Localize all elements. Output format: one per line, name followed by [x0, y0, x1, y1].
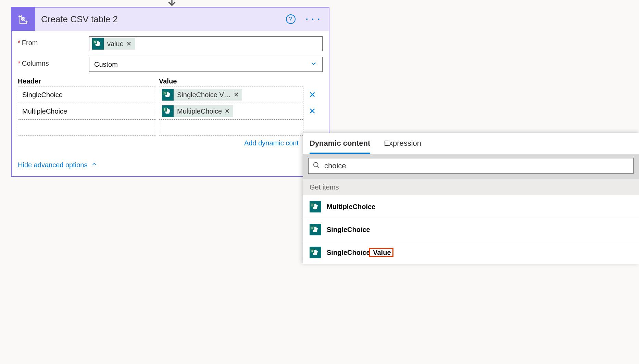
columns-select-value: Custom — [94, 61, 118, 68]
dynamic-content-item-label: SingleChoice Value — [327, 249, 393, 257]
header-cell-input[interactable] — [18, 119, 156, 136]
token-remove-icon[interactable]: ✕ — [225, 107, 230, 115]
sharepoint-icon: s — [310, 224, 321, 235]
token-remove-icon[interactable]: ✕ — [234, 91, 239, 99]
header-cell-input[interactable]: SingleChoice — [18, 87, 156, 103]
sharepoint-icon: s — [310, 247, 321, 258]
token-label: MultipleChoice — [177, 107, 222, 115]
dynamic-content-item-label: MultipleChoice — [327, 203, 375, 211]
from-token[interactable]: s value ✕ — [92, 38, 135, 50]
highlight-box: Value — [369, 248, 393, 257]
action-title: Create CSV table 2 — [35, 14, 286, 25]
data-operations-icon — [12, 8, 35, 31]
dynamic-content-section: Get items — [303, 179, 639, 195]
header-cell-input[interactable]: MultipleChoice — [18, 103, 156, 119]
columns-select[interactable]: Custom — [89, 57, 323, 72]
sharepoint-icon: s — [162, 105, 174, 117]
row-delete-button[interactable]: ✕ — [306, 106, 318, 116]
dynamic-content-item-label: SingleChoice — [327, 226, 370, 234]
value-cell-input[interactable]: s MultipleChoice ✕ — [159, 103, 303, 119]
dynamic-content-flyout: Dynamic content Expression Get items s M… — [303, 133, 639, 264]
columns-label: *Columns — [18, 57, 89, 67]
add-dynamic-content-link[interactable]: Add dynamic cont — [18, 139, 323, 147]
tab-dynamic-content[interactable]: Dynamic content — [310, 139, 370, 154]
svg-line-5 — [317, 166, 320, 168]
from-input[interactable]: s value ✕ — [89, 36, 323, 51]
value-cell-input[interactable]: s SingleChoice V… ✕ — [159, 87, 303, 103]
token-remove-icon[interactable]: ✕ — [126, 40, 131, 48]
search-input[interactable] — [324, 161, 629, 170]
value-column-header: Value — [159, 77, 177, 85]
value-cell-input[interactable] — [159, 119, 303, 136]
from-label: *From — [18, 36, 89, 47]
svg-point-4 — [314, 162, 318, 167]
more-menu-icon[interactable]: · · · — [306, 14, 321, 24]
dynamic-content-item[interactable]: s SingleChoice — [303, 218, 639, 241]
sharepoint-icon: s — [310, 201, 321, 212]
chevron-up-icon — [91, 161, 98, 169]
search-icon — [313, 161, 320, 171]
sharepoint-icon: s — [92, 38, 104, 50]
hide-advanced-options-link[interactable]: Hide advanced options — [18, 161, 323, 169]
token-label: SingleChoice V… — [177, 91, 231, 99]
value-token[interactable]: s MultipleChoice ✕ — [162, 105, 233, 117]
table-row: MultipleChoice s MultipleChoice ✕ ✕ — [18, 103, 323, 119]
sharepoint-icon: s — [162, 89, 174, 101]
header-column-header: Header — [18, 77, 159, 85]
search-input-wrapper — [308, 158, 634, 174]
tab-expression[interactable]: Expression — [384, 139, 421, 154]
action-header[interactable]: Create CSV table 2 ? · · · — [12, 8, 329, 31]
table-row: SingleChoice s SingleChoice V… ✕ ✕ — [18, 87, 323, 103]
help-icon[interactable]: ? — [286, 14, 296, 24]
row-delete-button[interactable]: ✕ — [306, 90, 318, 100]
action-card: Create CSV table 2 ? · · · *From s value… — [11, 7, 329, 177]
dynamic-content-item[interactable]: s SingleChoice Value — [303, 241, 639, 264]
value-token[interactable]: s SingleChoice V… ✕ — [162, 89, 242, 101]
table-row-empty — [18, 119, 323, 136]
chevron-down-icon — [310, 60, 317, 69]
token-label: value — [107, 40, 124, 48]
dynamic-content-item[interactable]: s MultipleChoice — [303, 195, 639, 218]
